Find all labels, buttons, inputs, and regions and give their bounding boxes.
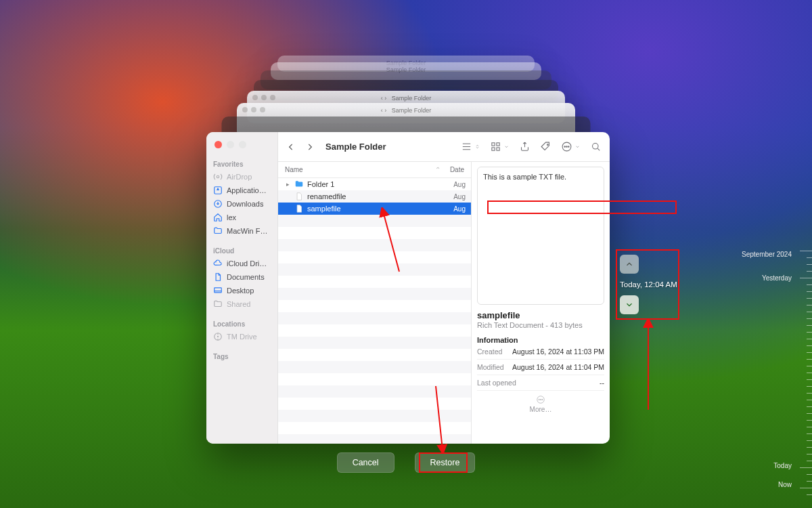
file-row-folder1[interactable]: ▸ Folder 1 Aug [278, 178, 471, 190]
sidebar-item-macwin[interactable]: MacWin F… [206, 224, 277, 238]
sidebar-item-label: Shared [227, 300, 250, 308]
view-grid-button[interactable] [490, 141, 510, 152]
chevron-down-icon [574, 144, 581, 150]
file-name: Folder 1 [307, 180, 450, 188]
restore-button[interactable]: Restore [415, 452, 476, 473]
forward-button[interactable] [305, 142, 315, 152]
cloud-icon [213, 259, 223, 268]
timeline-label: September 2024 [742, 251, 792, 258]
sidebar-item-applications[interactable]: Applicatio… [206, 184, 277, 197]
preview-pane: This is a sample TXT file. samplefile Ri… [472, 162, 610, 444]
timeline-label: Now [778, 481, 792, 488]
sidebar: Favorites AirDrop Applicatio… Downloads … [206, 132, 278, 444]
close-button[interactable] [215, 141, 222, 148]
folder-icon [294, 179, 304, 189]
sidebar-item-airdrop[interactable]: AirDrop [206, 170, 277, 184]
shared-icon [213, 299, 223, 309]
window-controls [215, 141, 246, 148]
grid-icon [490, 141, 501, 152]
svg-line-22 [436, 386, 443, 450]
sidebar-header-icloud: iCloud [206, 245, 277, 257]
sidebar-item-label: AirDrop [227, 173, 252, 181]
chevron-up-icon [625, 259, 634, 269]
info-header: Information [477, 336, 604, 344]
sidebar-item-label: lex [227, 213, 236, 221]
sidebar-item-label: Desktop [227, 287, 254, 295]
tag-icon [540, 141, 551, 152]
svg-point-0 [217, 175, 219, 178]
sidebar-item-tm-drive[interactable]: TM Drive [206, 330, 277, 343]
timeline-label: Yesterday [762, 274, 792, 282]
info-row-created: Created August 16, 2024 at 11:03 PM [477, 344, 604, 360]
finder-window: Favorites AirDrop Applicatio… Downloads … [206, 132, 610, 444]
list-header[interactable]: Name ⌃ Date [278, 162, 471, 178]
home-icon [213, 213, 223, 222]
sidebar-header-locations: Locations [206, 318, 277, 330]
snapshot-navigator: Today, 12:04 AM [620, 255, 674, 314]
desktop-icon [213, 286, 223, 295]
svg-rect-8 [492, 148, 495, 150]
window-title: Sample Folder [325, 142, 386, 152]
file-row-samplefile[interactable]: samplefile Aug [278, 203, 471, 215]
sidebar-item-desktop[interactable]: Desktop [206, 284, 277, 297]
list-icon [461, 141, 472, 152]
sidebar-item-shared[interactable]: Shared [206, 297, 277, 311]
svg-point-18 [540, 399, 541, 400]
annotation-arrow [641, 318, 655, 413]
preview-filename: samplefile [477, 310, 604, 320]
file-icon [294, 204, 304, 213]
doc-icon [213, 272, 223, 282]
drive-icon [213, 332, 223, 341]
timeline-label: Today [773, 462, 792, 469]
back-button[interactable] [286, 142, 296, 152]
sidebar-item-downloads[interactable]: Downloads [206, 197, 277, 211]
svg-point-5 [217, 336, 218, 337]
airdrop-icon [213, 172, 223, 182]
timeline-ruler[interactable]: September 2024 Yesterday Today Now [731, 251, 812, 501]
preview-text: This is a sample TXT file. [483, 173, 566, 181]
info-row-modified: Modified August 16, 2024 at 11:04 PM [477, 360, 604, 375]
sidebar-item-label: iCloud Dri… [227, 259, 267, 268]
svg-rect-9 [497, 148, 499, 150]
sidebar-item-label: Downloads [227, 200, 263, 208]
sidebar-item-label: TM Drive [227, 333, 257, 341]
footer-buttons: Cancel Restore [0, 452, 812, 473]
ellipsis-circle-icon [536, 395, 545, 404]
sidebar-item-icloud-drive[interactable]: iCloud Dri… [206, 257, 277, 270]
view-list-button[interactable] [461, 141, 480, 152]
share-icon [519, 141, 531, 152]
sidebar-item-label: Documents [227, 273, 265, 281]
sidebar-header-tags: Tags [206, 350, 277, 362]
action-menu-button[interactable] [561, 141, 581, 152]
sidebar-item-label: Applicatio… [227, 186, 267, 194]
file-date: Aug [453, 181, 466, 188]
share-button[interactable] [519, 141, 531, 152]
file-row-renamedfile[interactable]: renamedfile Aug [278, 190, 471, 203]
chevron-down-icon [625, 300, 634, 310]
column-name[interactable]: Name [285, 166, 434, 173]
snapshot-prev-button[interactable] [620, 255, 639, 274]
svg-rect-7 [497, 143, 499, 146]
minimize-button[interactable] [227, 141, 234, 148]
svg-rect-6 [492, 143, 495, 146]
zoom-button[interactable] [239, 141, 246, 148]
tags-button[interactable] [540, 141, 551, 152]
snapshot-next-button[interactable] [620, 295, 639, 314]
annotation-arrow [379, 207, 406, 275]
preview-content: This is a sample TXT file. [477, 167, 604, 305]
sidebar-item-label: MacWin F… [227, 227, 268, 235]
svg-point-14 [568, 146, 569, 147]
svg-point-19 [542, 399, 543, 400]
svg-point-10 [547, 144, 548, 146]
more-button[interactable]: More… [477, 395, 604, 413]
sidebar-item-home[interactable]: lex [206, 211, 277, 224]
column-date[interactable]: Date [445, 166, 464, 173]
svg-point-12 [564, 146, 565, 147]
disclosure-triangle-icon[interactable]: ▸ [285, 181, 291, 188]
search-button[interactable] [590, 141, 602, 152]
info-row-lastopened: Last opened -- [477, 375, 604, 391]
cancel-button[interactable]: Cancel [337, 452, 394, 473]
sidebar-header-favorites: Favorites [206, 158, 277, 170]
sidebar-item-documents[interactable]: Documents [206, 270, 277, 284]
annotation-arrow [433, 383, 453, 454]
